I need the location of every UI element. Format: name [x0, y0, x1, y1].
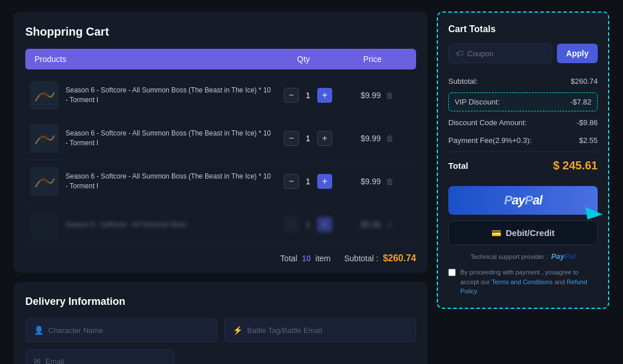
item-info: Season 6 - Softcore - All Summon Boss (T…	[30, 167, 274, 196]
item-price-4: $9.99 🗑	[343, 220, 412, 229]
discount-code-row: Discount Code Amount: -$9.86	[448, 114, 598, 131]
table-row: Season 6 - Softcore - All Summon Boss (T…	[25, 74, 416, 117]
item-price-2: $9.99 🗑	[343, 134, 412, 143]
subtotal-row: Subtotal: $260.74	[448, 72, 598, 90]
table-row: Season 6 - Softcore - All Summon Boss (T…	[25, 160, 416, 203]
qty-decrease-2[interactable]: −	[284, 131, 299, 146]
item-image	[30, 81, 59, 110]
email-field[interactable]: ✉	[25, 349, 175, 364]
vip-discount-value: -$7.82	[570, 98, 591, 106]
qty-value-1: 1	[302, 91, 314, 100]
debit-credit-button[interactable]: 💳 Debit/Credit	[448, 220, 598, 245]
qty-control-3[interactable]: − 1 +	[274, 174, 343, 189]
qty-decrease-3[interactable]: −	[284, 174, 299, 189]
discount-code-value: -$9.86	[576, 118, 598, 127]
item-image	[30, 124, 59, 153]
vip-discount-label: VIP Discount:	[455, 98, 500, 106]
coupon-input[interactable]	[467, 49, 545, 58]
qty-decrease-4[interactable]: −	[284, 217, 299, 232]
item-info: Season 6 - Softcore - All Summon Boss (T…	[30, 124, 274, 153]
pay-buttons: PayPal 💳 Debit/Credit	[448, 186, 598, 245]
terms-text: By proceeding with payment , youagree to…	[460, 268, 598, 296]
item-name-1: Season 6 - Softcore - All Summon Boss (T…	[66, 86, 274, 105]
tech-support-label: Technical support provider :	[470, 253, 548, 260]
footer-total-label: Total	[280, 254, 298, 263]
qty-value-2: 1	[302, 134, 314, 143]
paypal-logo: PayPal	[551, 252, 576, 261]
battle-tag-input[interactable]	[247, 326, 407, 335]
qty-increase-4[interactable]: +	[317, 217, 332, 232]
delete-icon-3[interactable]: 🗑	[386, 177, 394, 186]
coupon-input-wrapper[interactable]: 🏷	[448, 44, 552, 63]
qty-increase-1[interactable]: +	[317, 88, 332, 103]
paypal-arrow-icon	[585, 204, 603, 220]
terms-checkbox[interactable]	[448, 269, 456, 276]
header-qty: Qty	[269, 55, 338, 64]
item-price-3: $9.99 🗑	[343, 177, 412, 186]
item-name-4: Season 6 - Softcore - All Summon Boss	[66, 220, 187, 230]
apply-button[interactable]: Apply	[557, 44, 598, 63]
qty-control-2[interactable]: − 1 +	[274, 131, 343, 146]
battle-tag-field[interactable]: ⚡	[224, 318, 416, 342]
qty-control-4[interactable]: − 1 +	[274, 217, 343, 232]
subtotal-value: $260.74	[571, 77, 598, 86]
delivery-row-2: ✉	[25, 349, 416, 364]
terms-link[interactable]: Terms and Conditions	[491, 278, 552, 285]
cart-totals: Cart Totals 🏷 Apply Subtotal: $260.74 VI…	[437, 11, 609, 309]
delivery-row-1: 👤 ⚡	[25, 318, 416, 342]
character-name-field[interactable]: 👤	[25, 318, 217, 342]
card-icon: 💳	[491, 229, 501, 238]
item-image	[30, 167, 59, 196]
item-info: Season 6 - Softcore - All Summon Boss	[30, 210, 274, 239]
item-name-2: Season 6 - Softcore - All Summon Boss (T…	[66, 129, 274, 148]
qty-value-4: 1	[302, 220, 314, 229]
total-value: $ 245.61	[553, 159, 598, 172]
qty-value-3: 1	[302, 177, 314, 186]
footer-subtotal-label: Subtotal :	[344, 254, 378, 263]
qty-control-1[interactable]: − 1 +	[274, 88, 343, 103]
qty-decrease-1[interactable]: −	[284, 88, 299, 103]
email-input[interactable]	[45, 357, 166, 365]
vip-discount-row: VIP Discount: -$7.82	[448, 92, 598, 111]
footer-count: 10	[302, 254, 311, 263]
paypal-button[interactable]: PayPal	[448, 186, 598, 215]
delivery-title: Delivery Information	[25, 296, 416, 308]
delete-icon-4[interactable]: 🗑	[386, 220, 394, 229]
delete-icon-2[interactable]: 🗑	[386, 134, 394, 143]
discount-code-label: Discount Code Amount:	[448, 118, 527, 127]
header-price: Price	[338, 55, 407, 64]
cart-footer: Total 10 item Subtotal : $260.74	[25, 246, 416, 264]
user-icon: 👤	[34, 326, 44, 335]
delivery-section: Delivery Information 👤 ⚡ ✉ Register	[14, 282, 428, 364]
payment-fee-value: $2.55	[579, 136, 598, 145]
svg-point-1	[40, 91, 49, 100]
total-label: Total	[448, 161, 468, 171]
character-name-input[interactable]	[48, 326, 209, 335]
email-icon: ✉	[34, 357, 41, 364]
debit-label: Debit/Credit	[506, 228, 555, 238]
terms-row: By proceeding with payment , youagree to…	[448, 268, 598, 296]
item-name-3: Season 6 - Softcore - All Summon Boss (T…	[66, 172, 274, 191]
table-row: Season 6 - Softcore - All Summon Boss (T…	[25, 117, 416, 160]
payment-fee-label: Payment Fee(2.9%+0.3):	[448, 136, 532, 145]
svg-point-3	[40, 134, 49, 143]
table-row: Season 6 - Softcore - All Summon Boss − …	[25, 203, 416, 246]
payment-fee-row: Payment Fee(2.9%+0.3): $2.55	[448, 131, 598, 149]
battle-icon: ⚡	[233, 326, 243, 335]
qty-increase-3[interactable]: +	[317, 174, 332, 189]
cart-title: Shoppring Cart	[25, 25, 416, 38]
footer-item-label: item	[316, 254, 330, 263]
tech-support: Technical support provider : PayPal	[448, 252, 598, 261]
svg-point-5	[40, 177, 49, 186]
qty-increase-2[interactable]: +	[317, 131, 332, 146]
item-price-1: $9.99 🗑	[343, 91, 412, 100]
subtotal-label: Subtotal:	[448, 77, 478, 86]
cart-totals-panel: Cart Totals 🏷 Apply Subtotal: $260.74 VI…	[437, 11, 609, 309]
item-image	[30, 210, 59, 239]
header-products: Products	[34, 55, 269, 64]
footer-subtotal-value: $260.74	[383, 253, 416, 264]
cart-section: Shoppring Cart Products Qty Price	[14, 11, 428, 273]
delete-icon-1[interactable]: 🗑	[386, 91, 394, 100]
svg-rect-6	[30, 210, 59, 239]
totals-title: Cart Totals	[448, 24, 598, 34]
